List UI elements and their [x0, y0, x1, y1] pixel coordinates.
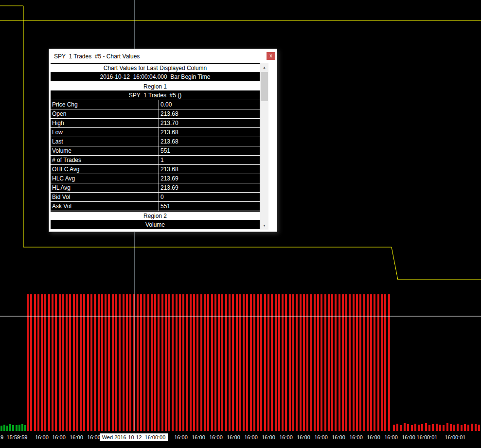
chart-value-row: HL Avg213.69 — [51, 183, 260, 193]
value-rows: Price Chg0.00Open213.68High213.70Low213.… — [51, 100, 260, 211]
volume-bar — [55, 294, 57, 431]
region1-header-row: Region 1 — [51, 82, 260, 91]
value-label: Open — [51, 109, 159, 118]
volume-bar — [388, 294, 390, 431]
volume-bar — [221, 294, 223, 431]
volume-bar — [418, 425, 420, 431]
volume-bar — [94, 294, 96, 431]
value-label: Low — [51, 128, 159, 137]
crosshair-time-label: Wed 2016-10-12 16:00:00 — [100, 433, 168, 441]
volume-bar — [306, 294, 308, 431]
volume-bar — [172, 294, 174, 431]
chart-value-row: Last213.68 — [51, 137, 260, 146]
volume-bar — [363, 294, 365, 431]
volume-bar — [44, 294, 46, 431]
value-label: High — [51, 119, 159, 127]
close-button[interactable]: x — [267, 52, 275, 60]
volume-bar — [471, 424, 473, 431]
volume-bar — [24, 425, 26, 431]
value-number: 213.68 — [159, 137, 260, 146]
volume-bar — [439, 425, 441, 431]
value-number: 0 — [159, 193, 260, 201]
time-tick-label: 16:00 — [279, 434, 293, 440]
volume-bar — [193, 294, 195, 431]
volume-bar — [168, 294, 170, 431]
volume-bar — [129, 294, 131, 431]
series-name-row: SPY 1 Trades #5 () — [51, 91, 260, 100]
chart-value-row: Low213.68 — [51, 128, 260, 137]
scroll-down-button[interactable]: ▼ — [260, 221, 268, 230]
time-tick-label: 16:00 — [227, 434, 240, 440]
value-label: # of Trades — [51, 156, 159, 164]
volume-bar — [236, 294, 238, 431]
volume-bar — [30, 294, 32, 431]
volume-bar — [76, 294, 78, 431]
volume-bar — [457, 424, 459, 431]
window-titlebar[interactable]: SPY 1 Trades #5 - Chart Values x — [49, 49, 277, 63]
volume-bar — [446, 423, 448, 431]
time-tick-label: 16:00 — [52, 434, 66, 440]
volume-bar — [246, 294, 248, 431]
volume-bar — [335, 294, 337, 431]
volume-bar — [200, 294, 202, 431]
chart-value-row: Bid Vol0 — [51, 193, 260, 202]
volume-bar — [421, 424, 423, 431]
volume-bar — [165, 294, 167, 431]
value-label: Last — [51, 137, 159, 146]
volume-bar — [98, 294, 100, 431]
volume-bar — [37, 294, 39, 431]
volume-bar — [9, 424, 11, 431]
time-tick-label: 16:00 — [384, 434, 398, 440]
volume-bar — [314, 294, 316, 431]
volume-bar — [239, 294, 241, 431]
time-tick-label: 16:00 — [402, 434, 415, 440]
volume-bar — [345, 294, 347, 431]
time-tick-label: 16:00 — [297, 434, 310, 440]
time-tick-label: 16:00 — [35, 434, 49, 440]
scrollbar[interactable]: ▲ ▼ — [260, 63, 268, 230]
volume-bar — [190, 294, 192, 431]
time-tick-label: 16:00 — [174, 434, 188, 440]
scroll-up-button[interactable]: ▲ — [260, 63, 268, 72]
volume-bar — [359, 294, 361, 431]
value-number: 551 — [159, 202, 260, 211]
volume-bar — [475, 424, 477, 431]
volume-bar — [115, 294, 117, 431]
volume-bar — [292, 294, 294, 431]
volume-bar — [303, 294, 305, 431]
time-tick-label: 16:00 — [70, 434, 83, 440]
volume-bar — [101, 294, 103, 431]
volume-bar — [275, 294, 277, 431]
volume-bar — [214, 294, 216, 431]
value-label: Volume — [51, 146, 159, 155]
volume-bar — [119, 294, 121, 431]
volume-bar — [0, 426, 2, 431]
volume-bar — [271, 294, 273, 431]
volume-bar — [250, 294, 252, 431]
scroll-thumb[interactable] — [261, 72, 268, 101]
volume-bar — [467, 425, 469, 431]
region2-study-row: Volume — [51, 220, 260, 230]
volume-bar — [123, 294, 125, 431]
chart-values-table: Chart Values for Last Displayed Column 2… — [50, 63, 260, 230]
volume-bar — [18, 425, 20, 431]
time-tick-label: 16:00 — [332, 434, 345, 440]
window-content: Chart Values for Last Displayed Column 2… — [49, 63, 277, 232]
value-label: OHLC Avg — [51, 165, 159, 174]
volume-bar — [349, 294, 351, 431]
volume-bar — [161, 294, 163, 431]
value-number: 0.00 — [159, 100, 260, 109]
chart-value-row: HLC Avg213.69 — [51, 174, 260, 183]
volume-bar — [396, 424, 398, 431]
volume-bar — [425, 423, 427, 431]
bar-begin-time-row: 2016-10-12 16:00:04.000 Bar Begin Time — [51, 72, 260, 82]
volume-bar — [461, 425, 463, 431]
volume-bar — [331, 294, 333, 431]
volume-bar — [267, 294, 269, 431]
volume-bar — [321, 294, 322, 431]
volume-bar — [243, 294, 245, 431]
chart-canvas[interactable]: Wed 2016-10-12 16:00:00 915:59:5916:0016… — [0, 0, 481, 448]
time-tick-label: 16:00 — [244, 434, 258, 440]
value-number: 213.70 — [159, 119, 260, 127]
value-number: 213.69 — [159, 183, 260, 192]
